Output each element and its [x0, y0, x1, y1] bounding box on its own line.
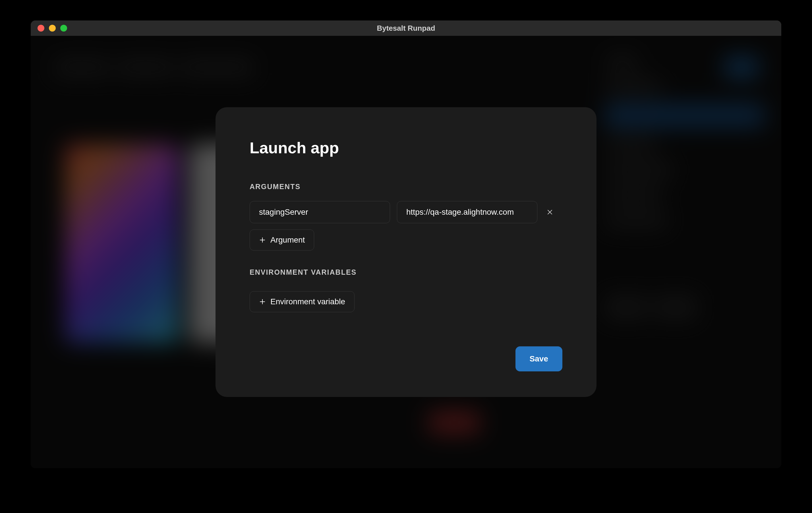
plus-icon — [259, 298, 266, 305]
modal-title: Launch app — [250, 139, 562, 157]
modal-overlay[interactable]: Launch app ARGUMENTS — [31, 36, 781, 468]
add-argument-button[interactable]: Argument — [250, 229, 314, 251]
traffic-lights — [37, 25, 67, 32]
env-vars-section-label: ENVIRONMENT VARIABLES — [250, 268, 562, 277]
save-button[interactable]: Save — [516, 346, 562, 371]
title-bar: Bytesalt Runpad — [31, 21, 781, 36]
remove-argument-button[interactable] — [544, 206, 555, 218]
argument-row — [250, 201, 562, 223]
add-env-var-label: Environment variable — [270, 297, 345, 306]
app-window: Bytesalt Runpad — [31, 21, 781, 468]
add-argument-label: Argument — [270, 235, 305, 245]
window-title: Bytesalt Runpad — [377, 24, 435, 33]
close-window-button[interactable] — [37, 25, 45, 32]
argument-value-input[interactable] — [397, 201, 538, 223]
minimize-window-button[interactable] — [49, 25, 56, 32]
argument-key-input[interactable] — [250, 201, 390, 223]
add-env-var-button[interactable]: Environment variable — [250, 291, 354, 312]
close-icon — [547, 209, 553, 216]
modal-footer: Save — [250, 346, 562, 371]
plus-icon — [259, 236, 266, 244]
arguments-section-label: ARGUMENTS — [250, 182, 562, 191]
app-content: Launch app ARGUMENTS — [31, 36, 781, 468]
launch-app-modal: Launch app ARGUMENTS — [215, 107, 597, 397]
maximize-window-button[interactable] — [60, 25, 67, 32]
